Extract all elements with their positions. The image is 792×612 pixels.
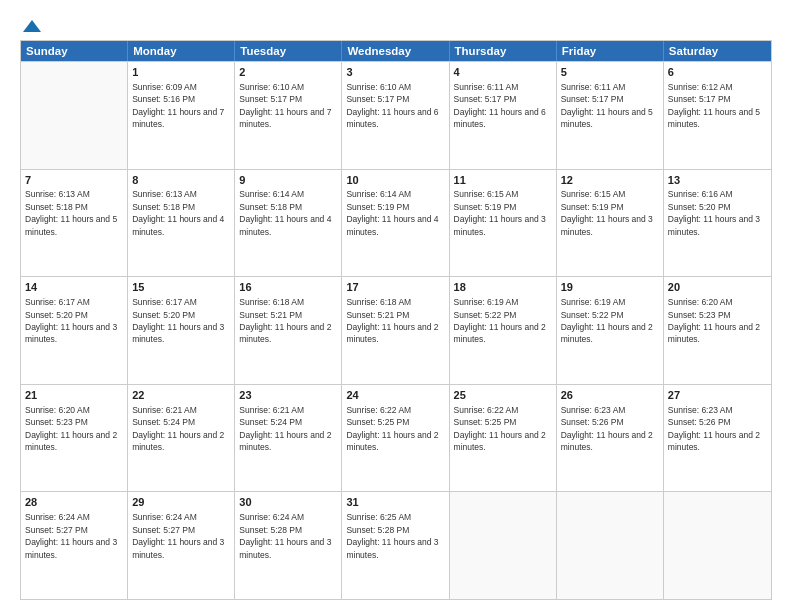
day-number: 21 [25,388,123,403]
calendar: Sunday Monday Tuesday Wednesday Thursday… [20,40,772,600]
cell-info: Sunrise: 6:18 AMSunset: 5:21 PMDaylight:… [239,297,331,344]
cell-info: Sunrise: 6:11 AMSunset: 5:17 PMDaylight:… [454,82,546,129]
day-number: 31 [346,495,444,510]
day-number: 10 [346,173,444,188]
cell-info: Sunrise: 6:10 AMSunset: 5:17 PMDaylight:… [239,82,331,129]
day-number: 20 [668,280,767,295]
day-number: 4 [454,65,552,80]
cell-info: Sunrise: 6:19 AMSunset: 5:22 PMDaylight:… [454,297,546,344]
calendar-row-1: 7Sunrise: 6:13 AMSunset: 5:18 PMDaylight… [21,169,771,277]
cell-info: Sunrise: 6:21 AMSunset: 5:24 PMDaylight:… [239,405,331,452]
header-monday: Monday [128,41,235,61]
cell-info: Sunrise: 6:22 AMSunset: 5:25 PMDaylight:… [454,405,546,452]
cell-info: Sunrise: 6:20 AMSunset: 5:23 PMDaylight:… [25,405,117,452]
cell-info: Sunrise: 6:21 AMSunset: 5:24 PMDaylight:… [132,405,224,452]
cal-cell-r1-c3: 10Sunrise: 6:14 AMSunset: 5:19 PMDayligh… [342,170,449,277]
calendar-row-2: 14Sunrise: 6:17 AMSunset: 5:20 PMDayligh… [21,276,771,384]
cal-cell-r1-c5: 12Sunrise: 6:15 AMSunset: 5:19 PMDayligh… [557,170,664,277]
cal-cell-r3-c5: 26Sunrise: 6:23 AMSunset: 5:26 PMDayligh… [557,385,664,492]
day-number: 8 [132,173,230,188]
header-wednesday: Wednesday [342,41,449,61]
day-number: 16 [239,280,337,295]
calendar-row-0: 1Sunrise: 6:09 AMSunset: 5:16 PMDaylight… [21,61,771,169]
header [20,18,772,34]
cell-info: Sunrise: 6:15 AMSunset: 5:19 PMDaylight:… [454,189,546,236]
day-number: 9 [239,173,337,188]
day-number: 13 [668,173,767,188]
page: Sunday Monday Tuesday Wednesday Thursday… [0,0,792,612]
cal-cell-r1-c4: 11Sunrise: 6:15 AMSunset: 5:19 PMDayligh… [450,170,557,277]
day-number: 23 [239,388,337,403]
day-number: 1 [132,65,230,80]
cal-cell-r4-c3: 31Sunrise: 6:25 AMSunset: 5:28 PMDayligh… [342,492,449,599]
cell-info: Sunrise: 6:23 AMSunset: 5:26 PMDaylight:… [561,405,653,452]
cell-info: Sunrise: 6:24 AMSunset: 5:27 PMDaylight:… [132,512,224,559]
calendar-row-3: 21Sunrise: 6:20 AMSunset: 5:23 PMDayligh… [21,384,771,492]
day-number: 22 [132,388,230,403]
day-number: 2 [239,65,337,80]
logo-text [20,18,44,34]
cal-cell-r0-c5: 5Sunrise: 6:11 AMSunset: 5:17 PMDaylight… [557,62,664,169]
cell-info: Sunrise: 6:11 AMSunset: 5:17 PMDaylight:… [561,82,653,129]
cal-cell-r2-c5: 19Sunrise: 6:19 AMSunset: 5:22 PMDayligh… [557,277,664,384]
cell-info: Sunrise: 6:15 AMSunset: 5:19 PMDaylight:… [561,189,653,236]
day-number: 5 [561,65,659,80]
header-friday: Friday [557,41,664,61]
cal-cell-r1-c0: 7Sunrise: 6:13 AMSunset: 5:18 PMDaylight… [21,170,128,277]
cell-info: Sunrise: 6:14 AMSunset: 5:18 PMDaylight:… [239,189,331,236]
cal-cell-r4-c5 [557,492,664,599]
day-number: 19 [561,280,659,295]
cell-info: Sunrise: 6:24 AMSunset: 5:28 PMDaylight:… [239,512,331,559]
cal-cell-r4-c1: 29Sunrise: 6:24 AMSunset: 5:27 PMDayligh… [128,492,235,599]
svg-marker-0 [23,20,41,32]
cell-info: Sunrise: 6:13 AMSunset: 5:18 PMDaylight:… [132,189,224,236]
header-saturday: Saturday [664,41,771,61]
day-number: 27 [668,388,767,403]
cell-info: Sunrise: 6:17 AMSunset: 5:20 PMDaylight:… [132,297,224,344]
cell-info: Sunrise: 6:24 AMSunset: 5:27 PMDaylight:… [25,512,117,559]
day-number: 18 [454,280,552,295]
cal-cell-r0-c6: 6Sunrise: 6:12 AMSunset: 5:17 PMDaylight… [664,62,771,169]
cell-info: Sunrise: 6:16 AMSunset: 5:20 PMDaylight:… [668,189,760,236]
day-number: 12 [561,173,659,188]
logo-icon [23,18,41,34]
cal-cell-r4-c4 [450,492,557,599]
calendar-header: Sunday Monday Tuesday Wednesday Thursday… [21,41,771,61]
logo [20,18,44,34]
day-number: 30 [239,495,337,510]
cell-info: Sunrise: 6:09 AMSunset: 5:16 PMDaylight:… [132,82,224,129]
calendar-body: 1Sunrise: 6:09 AMSunset: 5:16 PMDaylight… [21,61,771,599]
calendar-row-4: 28Sunrise: 6:24 AMSunset: 5:27 PMDayligh… [21,491,771,599]
cal-cell-r1-c6: 13Sunrise: 6:16 AMSunset: 5:20 PMDayligh… [664,170,771,277]
cal-cell-r2-c4: 18Sunrise: 6:19 AMSunset: 5:22 PMDayligh… [450,277,557,384]
cal-cell-r2-c2: 16Sunrise: 6:18 AMSunset: 5:21 PMDayligh… [235,277,342,384]
day-number: 29 [132,495,230,510]
cell-info: Sunrise: 6:23 AMSunset: 5:26 PMDaylight:… [668,405,760,452]
day-number: 14 [25,280,123,295]
cell-info: Sunrise: 6:13 AMSunset: 5:18 PMDaylight:… [25,189,117,236]
cal-cell-r2-c0: 14Sunrise: 6:17 AMSunset: 5:20 PMDayligh… [21,277,128,384]
day-number: 3 [346,65,444,80]
cal-cell-r4-c6 [664,492,771,599]
day-number: 17 [346,280,444,295]
header-tuesday: Tuesday [235,41,342,61]
day-number: 25 [454,388,552,403]
header-thursday: Thursday [450,41,557,61]
day-number: 26 [561,388,659,403]
cal-cell-r0-c2: 2Sunrise: 6:10 AMSunset: 5:17 PMDaylight… [235,62,342,169]
cal-cell-r3-c0: 21Sunrise: 6:20 AMSunset: 5:23 PMDayligh… [21,385,128,492]
cell-info: Sunrise: 6:14 AMSunset: 5:19 PMDaylight:… [346,189,438,236]
cal-cell-r0-c0 [21,62,128,169]
cell-info: Sunrise: 6:10 AMSunset: 5:17 PMDaylight:… [346,82,438,129]
cell-info: Sunrise: 6:20 AMSunset: 5:23 PMDaylight:… [668,297,760,344]
cell-info: Sunrise: 6:25 AMSunset: 5:28 PMDaylight:… [346,512,438,559]
cal-cell-r0-c3: 3Sunrise: 6:10 AMSunset: 5:17 PMDaylight… [342,62,449,169]
cal-cell-r4-c0: 28Sunrise: 6:24 AMSunset: 5:27 PMDayligh… [21,492,128,599]
cal-cell-r0-c4: 4Sunrise: 6:11 AMSunset: 5:17 PMDaylight… [450,62,557,169]
cell-info: Sunrise: 6:19 AMSunset: 5:22 PMDaylight:… [561,297,653,344]
cal-cell-r2-c1: 15Sunrise: 6:17 AMSunset: 5:20 PMDayligh… [128,277,235,384]
day-number: 15 [132,280,230,295]
day-number: 11 [454,173,552,188]
cal-cell-r3-c6: 27Sunrise: 6:23 AMSunset: 5:26 PMDayligh… [664,385,771,492]
day-number: 28 [25,495,123,510]
